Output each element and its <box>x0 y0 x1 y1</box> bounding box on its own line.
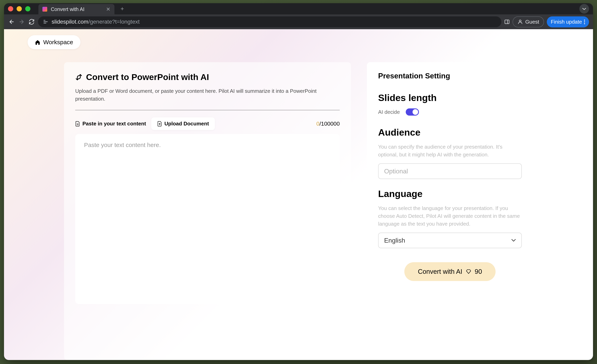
window-minimize[interactable] <box>17 6 22 11</box>
more-icon <box>584 20 585 24</box>
tab-bar: Convert with AI ✕ + <box>4 3 593 14</box>
divider <box>75 110 340 110</box>
svg-rect-1 <box>44 21 48 22</box>
convert-button[interactable]: Convert with AI 90 <box>404 262 496 281</box>
convert-icon <box>75 74 82 81</box>
ai-decide-toggle[interactable] <box>406 108 419 116</box>
settings-heading: Presentation Setting <box>378 72 522 80</box>
close-tab-icon[interactable]: ✕ <box>106 6 110 12</box>
address-bar: slidespilot.com/generate?t=longtext Gues… <box>4 14 593 29</box>
content-textarea[interactable] <box>75 134 340 304</box>
paste-tab[interactable]: Paste in your text content <box>75 121 146 127</box>
user-icon <box>517 19 523 25</box>
home-icon <box>35 39 40 45</box>
svg-rect-2 <box>44 23 47 23</box>
input-mode-row: Paste in your text content Upload Docume… <box>75 117 340 130</box>
page-content: Workspace Convert to PowerPoint with AI … <box>4 29 593 360</box>
back-button[interactable] <box>8 18 15 25</box>
favicon-icon <box>42 7 47 12</box>
guest-label: Guest <box>525 19 539 25</box>
language-title: Language <box>378 188 522 199</box>
audience-title: Audience <box>378 127 522 138</box>
convert-button-label: Convert with AI <box>418 268 462 275</box>
tabs-dropdown[interactable] <box>579 4 589 14</box>
url-text: slidespilot.com/generate?t=longtext <box>52 19 140 25</box>
upload-tab[interactable]: Upload Document <box>151 117 215 130</box>
page-title: Convert to PowerPoint with AI <box>86 72 209 82</box>
side-panel-icon[interactable] <box>504 19 510 25</box>
audience-desc: You can specify the audience of your pre… <box>378 143 522 159</box>
finish-update-label: Finish update <box>551 19 582 25</box>
svg-point-5 <box>519 20 521 22</box>
guest-button[interactable]: Guest <box>513 16 544 27</box>
slides-length-title: Slides length <box>378 92 522 103</box>
traffic-lights <box>8 6 31 11</box>
card-header: Convert to PowerPoint with AI <box>75 72 340 82</box>
ai-decide-label: AI decide <box>378 109 400 115</box>
browser-tab[interactable]: Convert with AI ✕ <box>39 4 114 14</box>
paste-tab-label: Paste in your text content <box>82 121 146 127</box>
url-bar[interactable]: slidespilot.com/generate?t=longtext <box>38 16 501 27</box>
browser-actions: Guest Finish update <box>504 16 589 27</box>
workspace-button[interactable]: Workspace <box>28 35 80 49</box>
toggle-knob <box>413 109 418 115</box>
convert-card: Convert to PowerPoint with AI Upload a P… <box>64 62 351 360</box>
site-settings-icon[interactable] <box>43 19 48 25</box>
char-count: 0/100000 <box>316 121 340 127</box>
language-selected: English <box>384 237 405 244</box>
audience-input[interactable] <box>378 163 522 179</box>
svg-rect-3 <box>505 20 509 24</box>
finish-update-button[interactable]: Finish update <box>547 16 589 27</box>
language-select[interactable]: English <box>378 232 522 248</box>
main-cards: Convert to PowerPoint with AI Upload a P… <box>64 62 533 360</box>
reload-button[interactable] <box>28 18 35 25</box>
credits-count: 90 <box>475 268 482 275</box>
svg-rect-0 <box>44 20 45 21</box>
ai-decide-row: AI decide <box>378 108 522 116</box>
document-icon <box>75 121 80 127</box>
forward-button[interactable] <box>18 18 25 25</box>
new-tab-button[interactable]: + <box>120 5 124 12</box>
chevron-down-icon <box>511 239 516 242</box>
browser-window: Convert with AI ✕ + slidespilot.com/gene… <box>4 3 593 360</box>
settings-card: Presentation Setting Slides length AI de… <box>367 62 533 360</box>
workspace-label: Workspace <box>43 39 73 46</box>
language-desc: You can select the language for your pre… <box>378 204 522 228</box>
diamond-icon <box>466 269 471 274</box>
tab-title: Convert with AI <box>51 6 84 12</box>
upload-icon <box>157 121 162 127</box>
upload-tab-label: Upload Document <box>165 121 209 127</box>
window-maximize[interactable] <box>25 6 31 11</box>
window-close[interactable] <box>8 6 13 11</box>
page-subtitle: Upload a PDF or Word document, or paste … <box>75 87 340 103</box>
